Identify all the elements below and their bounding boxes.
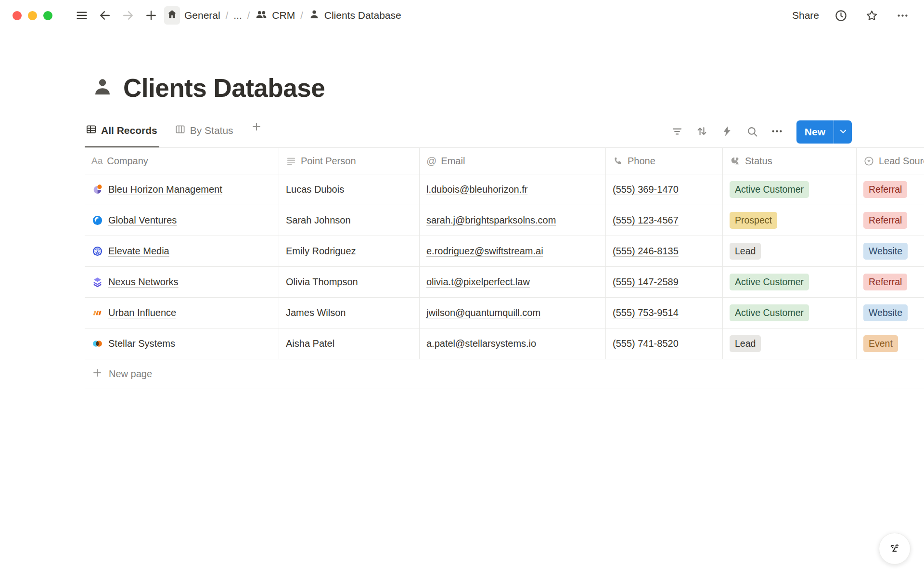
company-page-link[interactable]: Elevate Media: [108, 246, 169, 257]
column-header-company[interactable]: AaCompany: [85, 148, 279, 174]
search-button[interactable]: [743, 122, 762, 142]
point-person-cell[interactable]: Aisha Patel: [279, 328, 420, 359]
email-link[interactable]: jwilson@quantumquill.com: [426, 307, 540, 318]
company-cell[interactable]: Stellar Systems: [85, 328, 279, 359]
minimize-window-button[interactable]: [28, 11, 37, 20]
status-badge[interactable]: Active Customer: [730, 274, 809, 290]
point-person-cell[interactable]: Lucas Dubois: [279, 174, 420, 205]
email-cell[interactable]: jwilson@quantumquill.com: [420, 298, 606, 328]
back-button[interactable]: [96, 7, 114, 24]
breadcrumb-collapsed[interactable]: ...: [233, 10, 242, 21]
notion-ai-button[interactable]: [879, 533, 911, 565]
status-badge[interactable]: Active Customer: [730, 304, 809, 321]
lead-source-cell[interactable]: Website: [857, 298, 924, 328]
automation-button[interactable]: [718, 122, 737, 142]
favorite-button[interactable]: [862, 7, 881, 24]
status-badge[interactable]: Website: [863, 243, 908, 259]
zoom-window-button[interactable]: [43, 11, 52, 20]
phone-link[interactable]: (555) 753-9514: [613, 307, 679, 318]
forward-button[interactable]: [119, 7, 137, 24]
email-cell[interactable]: sarah.j@brightsparksolns.com: [420, 205, 606, 236]
filter-button[interactable]: [667, 122, 687, 142]
point-person-cell[interactable]: Sarah Johnson: [279, 205, 420, 236]
status-cell[interactable]: Active Customer: [723, 298, 857, 328]
company-page-link[interactable]: Urban Influence: [108, 307, 176, 318]
phone-link[interactable]: (555) 123-4567: [613, 215, 679, 226]
new-record-button[interactable]: New: [796, 120, 834, 144]
new-page-row[interactable]: New page: [85, 359, 924, 389]
status-cell[interactable]: Active Customer: [723, 174, 857, 205]
lead-source-cell[interactable]: Referral: [857, 174, 924, 205]
new-tab-button[interactable]: [142, 7, 160, 24]
company-cell[interactable]: Elevate Media: [85, 236, 279, 266]
status-badge[interactable]: Referral: [863, 212, 907, 228]
company-page-link[interactable]: Nexus Networks: [108, 276, 179, 288]
email-link[interactable]: l.dubois@bleuhorizon.fr: [426, 184, 527, 195]
point-person-cell[interactable]: Olivia Thompson: [279, 267, 420, 297]
column-header-lead-source[interactable]: Lead Source: [857, 148, 924, 174]
status-badge[interactable]: Website: [863, 304, 908, 321]
tab-by-status[interactable]: By Status: [174, 121, 235, 147]
email-cell[interactable]: olivia.t@pixelperfect.law: [420, 267, 606, 297]
email-link[interactable]: a.patel@stellarsystems.io: [426, 338, 536, 349]
phone-cell[interactable]: (555) 753-9514: [606, 298, 723, 328]
share-button[interactable]: Share: [792, 10, 819, 21]
company-page-link[interactable]: Global Ventures: [108, 215, 177, 226]
view-options-button[interactable]: [768, 122, 787, 142]
email-cell[interactable]: e.rodriguez@swiftstream.ai: [420, 236, 606, 266]
company-page-link[interactable]: Bleu Horizon Management: [108, 184, 222, 195]
breadcrumb-crm[interactable]: CRM: [255, 8, 295, 23]
page-title-person-icon[interactable]: [91, 76, 114, 100]
email-link[interactable]: sarah.j@brightsparksolns.com: [426, 215, 556, 226]
phone-link[interactable]: (555) 147-2589: [613, 276, 679, 288]
status-cell[interactable]: Active Customer: [723, 267, 857, 297]
column-header-point-person[interactable]: Point Person: [279, 148, 420, 174]
lead-source-cell[interactable]: Event: [857, 328, 924, 359]
page-title[interactable]: Clients Database: [123, 73, 325, 103]
status-cell[interactable]: Lead: [723, 328, 857, 359]
column-header-status[interactable]: Status: [723, 148, 857, 174]
email-cell[interactable]: l.dubois@bleuhorizon.fr: [420, 174, 606, 205]
sidebar-menu-button[interactable]: [73, 7, 91, 24]
lead-source-cell[interactable]: Referral: [857, 205, 924, 236]
phone-cell[interactable]: (555) 246-8135: [606, 236, 723, 266]
phone-link[interactable]: (555) 246-8135: [613, 246, 679, 257]
status-badge[interactable]: Lead: [730, 335, 761, 352]
point-person-cell[interactable]: James Wilson: [279, 298, 420, 328]
column-header-email[interactable]: @Email: [420, 148, 606, 174]
email-cell[interactable]: a.patel@stellarsystems.io: [420, 328, 606, 359]
add-view-button[interactable]: [250, 121, 264, 143]
close-window-button[interactable]: [13, 11, 22, 20]
new-record-dropdown-button[interactable]: [834, 120, 852, 144]
breadcrumb-clients-database[interactable]: Clients Database: [308, 9, 401, 23]
company-cell[interactable]: Urban Influence: [85, 298, 279, 328]
page-options-button[interactable]: [893, 7, 911, 24]
status-badge[interactable]: Event: [863, 335, 898, 352]
status-badge[interactable]: Lead: [730, 243, 761, 259]
phone-cell[interactable]: (555) 369-1470: [606, 174, 723, 205]
company-cell[interactable]: Nexus Networks: [85, 267, 279, 297]
point-person-cell[interactable]: Emily Rodriguez: [279, 236, 420, 266]
phone-link[interactable]: (555) 369-1470: [613, 184, 679, 195]
lead-source-cell[interactable]: Referral: [857, 267, 924, 297]
status-badge[interactable]: Referral: [863, 181, 907, 197]
status-badge[interactable]: Prospect: [730, 212, 777, 228]
column-header-phone[interactable]: Phone: [606, 148, 723, 174]
phone-cell[interactable]: (555) 147-2589: [606, 267, 723, 297]
sort-button[interactable]: [693, 122, 712, 142]
email-link[interactable]: olivia.t@pixelperfect.law: [426, 276, 530, 288]
company-cell[interactable]: Bleu Horizon Management: [85, 174, 279, 205]
lead-source-cell[interactable]: Website: [857, 236, 924, 266]
phone-link[interactable]: (555) 741-8520: [613, 338, 679, 349]
tab-all-records[interactable]: All Records: [85, 121, 159, 147]
breadcrumb-general[interactable]: General: [164, 6, 220, 25]
company-cell[interactable]: Global Ventures: [85, 205, 279, 236]
company-page-link[interactable]: Stellar Systems: [108, 338, 175, 349]
status-cell[interactable]: Lead: [723, 236, 857, 266]
history-button[interactable]: [832, 7, 850, 24]
phone-cell[interactable]: (555) 741-8520: [606, 328, 723, 359]
status-cell[interactable]: Prospect: [723, 205, 857, 236]
status-badge[interactable]: Referral: [863, 274, 907, 290]
phone-cell[interactable]: (555) 123-4567: [606, 205, 723, 236]
status-badge[interactable]: Active Customer: [730, 181, 809, 197]
